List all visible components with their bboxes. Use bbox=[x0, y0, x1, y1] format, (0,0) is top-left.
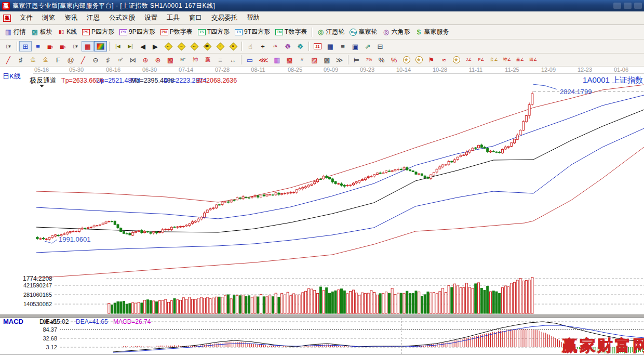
web-square-tool[interactable]: ▩ bbox=[164, 55, 177, 65]
t-square-button[interactable]: TST四方形 bbox=[195, 27, 232, 37]
notepad-button[interactable]: ≡ bbox=[337, 41, 349, 51]
percent-red-tool[interactable]: % bbox=[388, 55, 400, 65]
maximize-button[interactable] bbox=[624, 3, 632, 9]
diamond-right-button[interactable]: → bbox=[175, 41, 187, 51]
winner-service-button[interactable]: $赢家服务 bbox=[412, 27, 451, 37]
percent-7-tool[interactable]: 7% bbox=[363, 55, 375, 65]
shen-lines-tool[interactable]: 神 bbox=[189, 55, 202, 65]
angle-f-tool[interactable]: F∠ bbox=[475, 55, 488, 65]
gold-circle-3-tool[interactable]: 金 bbox=[450, 55, 463, 65]
window-controls[interactable] bbox=[611, 3, 642, 9]
grid-purple-tool[interactable]: ▦ bbox=[271, 55, 284, 65]
n-square-tool[interactable]: n² bbox=[114, 55, 127, 65]
menu-item-6[interactable]: 工具 bbox=[162, 12, 184, 24]
gann-ruler-tool[interactable]: ♯ bbox=[15, 55, 27, 65]
winner-wheel-button[interactable]: Big赢家轮 bbox=[347, 27, 380, 37]
slash-lines-tool[interactable]: ≫ bbox=[333, 55, 346, 65]
chart-canvas[interactable]: 05-1605-3006-1606-3007-1407-2808-1108-25… bbox=[0, 67, 644, 355]
cycle-circle-tool[interactable]: ⊖ bbox=[89, 55, 102, 65]
diamond-shrink-button[interactable]: × bbox=[226, 41, 239, 51]
color-chart-tool[interactable] bbox=[94, 41, 107, 51]
save-button[interactable]: ▣ bbox=[349, 41, 361, 51]
p-square-button[interactable]: PSP四方形 bbox=[79, 27, 117, 37]
menu-item-9[interactable]: 帮助 bbox=[242, 12, 264, 24]
m-mark-tool[interactable]: M″ bbox=[177, 55, 189, 65]
jump-first-button[interactable]: |◀ bbox=[112, 41, 124, 51]
minimize-button[interactable] bbox=[613, 3, 621, 9]
export-button[interactable]: ⇗ bbox=[361, 41, 374, 51]
angle-ying-tool[interactable]: 赢∠ bbox=[514, 55, 527, 65]
percent-tool[interactable]: % bbox=[375, 55, 388, 65]
grid-fine-tool[interactable]: ▩ bbox=[321, 55, 333, 65]
angle-four-tool[interactable]: 四∠ bbox=[527, 55, 540, 65]
diamond-hexpand-button[interactable]: ↔ bbox=[187, 41, 200, 51]
web-tool[interactable]: ⊛ bbox=[152, 55, 164, 65]
p9-square-button[interactable]: P99P四方形 bbox=[117, 27, 158, 37]
quote-info-tool[interactable]: ≡ bbox=[32, 41, 44, 51]
t9-square-button[interactable]: T99T四方形 bbox=[232, 27, 273, 37]
diamond-swap-button[interactable]: ⇄ bbox=[200, 41, 213, 51]
angle-shen-tool[interactable]: 神∠ bbox=[501, 55, 514, 65]
width-arrows-tool[interactable]: ↔ bbox=[226, 55, 239, 65]
crosshair-tool[interactable]: + bbox=[257, 41, 269, 51]
ying-lines-tool[interactable]: 赢 bbox=[202, 55, 214, 65]
menu-item-1[interactable]: 浏览 bbox=[37, 12, 60, 24]
diamond-expand-button[interactable]: + bbox=[213, 41, 226, 51]
gann-wheel-button[interactable]: ◎江恩轮 bbox=[314, 27, 347, 37]
angle-j-tool[interactable]: J∠ bbox=[463, 55, 475, 65]
menu-item-8[interactable]: 交易委托 bbox=[207, 12, 242, 24]
child-window-icon[interactable]: 赢 bbox=[3, 15, 11, 22]
menu-item-0[interactable]: 文件 bbox=[15, 12, 37, 24]
rect-select-tool[interactable]: ▭ bbox=[244, 55, 256, 65]
angle-gold-tool[interactable]: 金∠ bbox=[488, 55, 501, 65]
ruler-123-tool[interactable]: ≡ bbox=[214, 55, 226, 65]
gold-circle-1-tool[interactable]: 金 bbox=[400, 55, 413, 65]
close-button[interactable] bbox=[634, 3, 642, 9]
bars-3-tool[interactable]: ▅₃ bbox=[44, 41, 57, 51]
menu-item-7[interactable]: 窗口 bbox=[184, 12, 207, 24]
calendar-button[interactable]: 21 bbox=[311, 41, 324, 51]
mirror-angle-tool[interactable]: ⋈ bbox=[127, 55, 139, 65]
print-button[interactable]: ⊟ bbox=[374, 41, 386, 51]
spiral-tool[interactable]: @ bbox=[64, 55, 77, 65]
gann-web-purple-tool[interactable]: ☸ bbox=[281, 41, 294, 51]
candle-style-dropdown[interactable]: ▯▾ bbox=[69, 41, 82, 51]
gann-web-teal-tool[interactable]: ☸ bbox=[294, 41, 306, 51]
gold-circle-2-tool[interactable]: 金 bbox=[413, 55, 425, 65]
fan-lines-tool[interactable]: ⋘ bbox=[256, 55, 271, 65]
pencil-red-tool[interactable]: ╱ bbox=[2, 55, 15, 65]
hash-grid-tool[interactable]: ♯ bbox=[102, 55, 114, 65]
t-number-button[interactable]: TNT数字表 bbox=[273, 27, 310, 37]
sectors-button[interactable]: ▩板块 bbox=[29, 27, 55, 37]
fibonacci-f-tool[interactable]: F bbox=[52, 55, 64, 65]
line-a-tool[interactable]: /A bbox=[269, 41, 281, 51]
window-tool[interactable]: ⊞ bbox=[19, 41, 32, 51]
jump-last-button[interactable]: ▶| bbox=[124, 41, 137, 51]
pencil-lines-tool[interactable]: // bbox=[296, 55, 308, 65]
pencil-b-tool[interactable]: ╱ bbox=[77, 55, 89, 65]
hatch-box-tool[interactable]: ▨ bbox=[308, 55, 321, 65]
channel-indicator-label[interactable]: 极反通道 bbox=[30, 76, 57, 84]
gold-line-a-tool[interactable]: 金 bbox=[27, 55, 39, 65]
page-prev-button[interactable]: ◀ bbox=[137, 41, 149, 51]
menu-item-5[interactable]: 设置 bbox=[140, 12, 162, 24]
menu-item-3[interactable]: 江恩 bbox=[82, 12, 104, 24]
flag-pen-tool[interactable]: ⚑ bbox=[425, 55, 438, 65]
price-steps-tool[interactable]: ⊨ bbox=[351, 55, 363, 65]
period-dropdown[interactable]: ▯▾ bbox=[2, 41, 15, 51]
gann-circle-tool[interactable]: ⊕ bbox=[139, 55, 152, 65]
hexagon-button[interactable]: ◎六角形 bbox=[380, 27, 412, 37]
page-next-button[interactable]: ▶ bbox=[149, 41, 162, 51]
wave-tool[interactable]: ≈ bbox=[438, 55, 450, 65]
menu-item-4[interactable]: 公式选股 bbox=[104, 12, 140, 24]
channel-dropdown-icon[interactable] bbox=[39, 85, 44, 87]
bars-9-tool[interactable]: ▅₉ bbox=[57, 41, 69, 51]
menu-item-2[interactable]: 资讯 bbox=[60, 12, 82, 24]
formula-box-tool[interactable]: ▦ bbox=[82, 41, 94, 51]
kline-button[interactable]: ▮▯K线 bbox=[55, 27, 79, 37]
diamond-left-button[interactable]: ← bbox=[162, 41, 175, 51]
quotes-button[interactable]: ▦行情 bbox=[2, 27, 29, 37]
gold-line-b-tool[interactable]: 金 bbox=[39, 55, 52, 65]
calculator-button[interactable]: ▦ bbox=[324, 41, 337, 51]
hand-tool[interactable]: ☝ bbox=[244, 41, 257, 51]
